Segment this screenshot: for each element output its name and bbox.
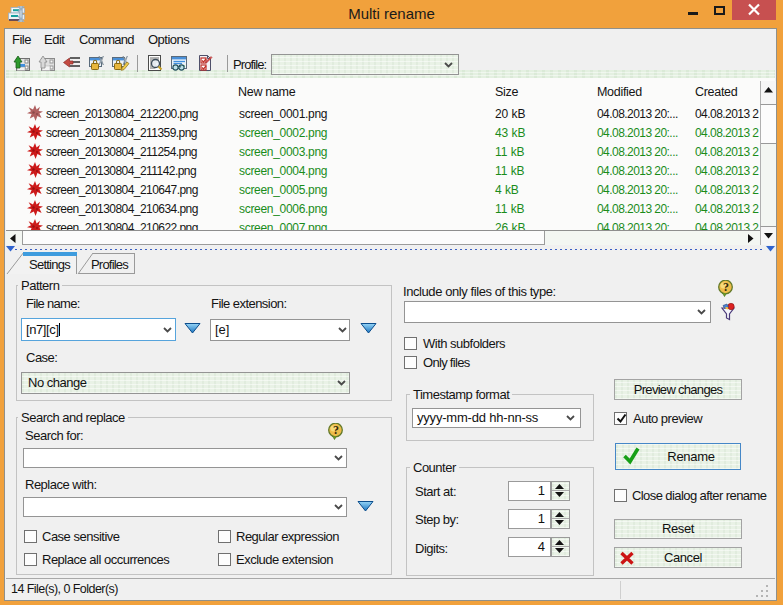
svg-text:?: ?	[333, 423, 339, 437]
svg-text:?: ?	[723, 280, 729, 294]
